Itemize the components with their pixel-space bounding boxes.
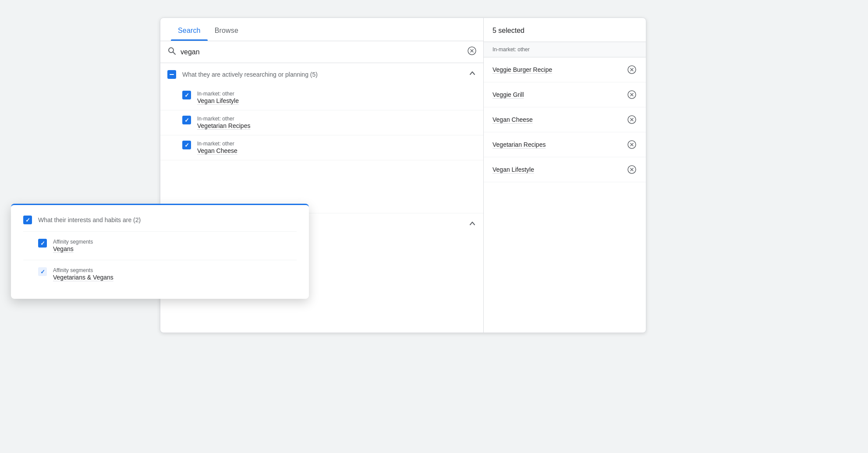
- remove-icon-3[interactable]: [627, 114, 637, 125]
- selected-item-name-2: Veggie Grill: [492, 91, 627, 98]
- selected-item-name-5: Vegan Lifestyle: [492, 166, 627, 173]
- selected-item-vegan-lifestyle[interactable]: Vegan Lifestyle: [484, 157, 646, 182]
- remove-icon-1[interactable]: [627, 64, 637, 75]
- floating-item-text-vegans: Affinity segments Vegans: [53, 239, 297, 253]
- remove-icon-5[interactable]: [627, 164, 637, 175]
- result-name-vegetarian-recipes: Vegetarian Recipes: [197, 122, 250, 129]
- svg-line-1: [173, 52, 176, 55]
- result-item-vegan-lifestyle[interactable]: In-market: other Vegan Lifestyle: [160, 85, 483, 110]
- floating-item-name-vegans: Vegans: [53, 245, 74, 252]
- selected-item-name-1: Veggie Burger Recipe: [492, 66, 627, 73]
- category-label-researching: What they are actively researching or pl…: [182, 71, 462, 78]
- floating-item-category-2: Affinity segments: [53, 267, 297, 273]
- checkbox-vegan-cheese[interactable]: [182, 141, 191, 149]
- floating-checkbox-category[interactable]: [23, 216, 32, 224]
- tab-browse[interactable]: Browse: [208, 18, 245, 41]
- floating-item-vegetarians-vegans[interactable]: Affinity segments Vegetarians & Vegans: [23, 260, 297, 288]
- floating-item-text-vegetarians-vegans: Affinity segments Vegetarians & Vegans: [53, 267, 297, 281]
- selected-item-name-4: Vegetarian Recipes: [492, 141, 627, 148]
- selected-group-label: In-market: other: [484, 42, 646, 57]
- search-input[interactable]: [181, 48, 463, 56]
- checkbox-vegetarian-recipes[interactable]: [182, 116, 191, 124]
- floating-checkbox-vegans[interactable]: [38, 239, 47, 248]
- selected-header: 5 selected: [484, 18, 646, 42]
- category-researching[interactable]: What they are actively researching or pl…: [160, 63, 483, 85]
- remove-icon-2[interactable]: [627, 89, 637, 100]
- tabs-container: Search Browse: [160, 18, 483, 41]
- floating-item-vegans[interactable]: Affinity segments Vegans: [23, 232, 297, 260]
- selected-item-vegan-cheese[interactable]: Vegan Cheese: [484, 107, 646, 132]
- result-item-vegan-cheese[interactable]: In-market: other Vegan Cheese: [160, 135, 483, 160]
- floating-category-label: What their interests and habits are (2): [38, 216, 297, 223]
- floating-item-category-1: Affinity segments: [53, 239, 297, 245]
- result-text-vegan-cheese: In-market: other Vegan Cheese: [197, 141, 476, 155]
- selected-item-name-3: Vegan Cheese: [492, 116, 627, 123]
- search-box: [160, 41, 483, 63]
- chevron-up-icon-2: [468, 219, 476, 230]
- result-category-1: In-market: other: [197, 91, 476, 97]
- checkbox-vegan-lifestyle[interactable]: [182, 91, 191, 99]
- floating-item-name-vegetarians-vegans: Vegetarians & Vegans: [53, 274, 113, 281]
- result-item-vegetarian-recipes[interactable]: In-market: other Vegetarian Recipes: [160, 110, 483, 135]
- floating-category-header[interactable]: What their interests and habits are (2): [23, 216, 297, 232]
- floating-card: What their interests and habits are (2) …: [11, 204, 309, 299]
- tab-search[interactable]: Search: [171, 18, 208, 41]
- clear-icon[interactable]: [468, 46, 476, 57]
- selected-item-veggie-grill[interactable]: Veggie Grill: [484, 82, 646, 107]
- right-panel: 5 selected In-market: other Veggie Burge…: [484, 18, 646, 333]
- selected-item-vegetarian-recipes[interactable]: Vegetarian Recipes: [484, 132, 646, 157]
- result-name-vegan-lifestyle: Vegan Lifestyle: [197, 97, 239, 104]
- selected-item-veggie-burger[interactable]: Veggie Burger Recipe: [484, 57, 646, 82]
- checkbox-indeterminate[interactable]: [167, 70, 176, 79]
- floating-checkbox-vegetarians-vegans[interactable]: [38, 267, 47, 276]
- result-text-vegetarian-recipes: In-market: other Vegetarian Recipes: [197, 116, 476, 130]
- result-category-3: In-market: other: [197, 141, 476, 147]
- result-name-vegan-cheese: Vegan Cheese: [197, 147, 237, 154]
- result-category-2: In-market: other: [197, 116, 476, 122]
- search-icon: [167, 46, 176, 57]
- selected-items-list: Veggie Burger Recipe Veggie Grill: [484, 57, 646, 333]
- chevron-up-icon: [468, 69, 476, 79]
- result-text-vegan-lifestyle: In-market: other Vegan Lifestyle: [197, 91, 476, 105]
- remove-icon-4[interactable]: [627, 139, 637, 150]
